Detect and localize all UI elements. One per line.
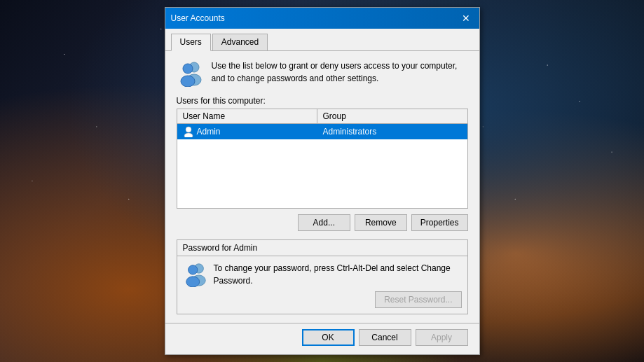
users-icon-large — [177, 60, 205, 88]
password-section: Password for Admin To change your pass — [177, 239, 468, 314]
col-header-username[interactable]: User Name — [177, 109, 317, 123]
dialog-body: Use the list below to grant or deny user… — [165, 51, 479, 354]
apply-button[interactable]: Apply — [416, 329, 468, 346]
title-bar: User Accounts ✕ — [165, 8, 479, 29]
ok-button[interactable]: OK — [302, 329, 355, 346]
user-row-icon — [183, 126, 194, 137]
cell-group: Administrators — [317, 125, 467, 139]
password-content: To change your password, press Ctrl-Alt-… — [177, 256, 467, 314]
properties-button[interactable]: Properties — [411, 214, 468, 231]
tab-advanced[interactable]: Advanced — [212, 34, 268, 51]
tab-bar: Users Advanced — [165, 29, 479, 51]
svg-point-4 — [186, 127, 191, 132]
table-row[interactable]: Admin Administrators — [177, 124, 467, 139]
content-area: Use the list below to grant or deny user… — [165, 51, 479, 323]
svg-point-8 — [188, 265, 197, 274]
svg-point-5 — [184, 133, 193, 137]
svg-point-3 — [181, 76, 195, 87]
reset-password-button[interactable]: Reset Password... — [375, 291, 461, 308]
cell-username: Admin — [177, 124, 317, 139]
table-body: Admin Administrators — [177, 124, 467, 208]
close-button[interactable]: ✕ — [458, 11, 474, 26]
dialog-title: User Accounts — [171, 13, 225, 23]
add-button[interactable]: Add... — [298, 214, 350, 231]
col-header-group[interactable]: Group — [317, 109, 467, 123]
bottom-buttons: OK Cancel Apply — [165, 323, 479, 354]
password-section-title: Password for Admin — [177, 240, 467, 256]
info-row: Use the list below to grant or deny user… — [177, 60, 468, 88]
tab-users[interactable]: Users — [171, 34, 211, 51]
dialog-overlay: User Accounts ✕ Users Advanced — [0, 0, 644, 362]
cancel-button[interactable]: Cancel — [359, 329, 411, 346]
action-buttons: Add... Remove Properties — [177, 214, 468, 231]
password-text-area: To change your password, press Ctrl-Alt-… — [214, 262, 462, 308]
password-text: To change your password, press Ctrl-Alt-… — [214, 262, 462, 287]
password-user-icon — [183, 262, 208, 289]
table-header: User Name Group — [177, 109, 467, 124]
user-accounts-dialog: User Accounts ✕ Users Advanced — [165, 7, 480, 355]
users-table: User Name Group Admin — [177, 109, 468, 209]
info-text: Use the list below to grant or deny user… — [212, 60, 468, 85]
svg-point-2 — [183, 64, 193, 74]
users-section-label: Users for this computer: — [177, 96, 468, 106]
svg-point-9 — [186, 277, 199, 287]
reset-btn-container: Reset Password... — [214, 291, 462, 308]
remove-button[interactable]: Remove — [355, 214, 407, 231]
users-svg-icon — [177, 60, 204, 87]
